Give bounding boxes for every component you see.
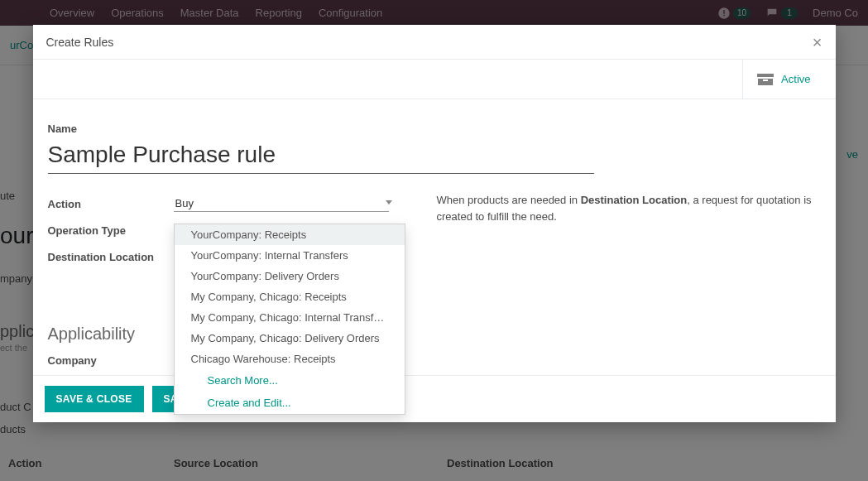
name-label: Name <box>48 123 821 135</box>
operation-type-label: Operation Type <box>48 224 174 237</box>
modal-body: Name Action Operation Type <box>33 99 836 375</box>
close-icon[interactable]: × <box>813 34 822 51</box>
applicability-heading: Applicability <box>48 325 821 344</box>
action-help-text: When products are needed in Destination … <box>429 192 821 272</box>
create-rules-modal: Create Rules × Active Name Action <box>33 25 836 422</box>
dropdown-search-more[interactable]: Search More... <box>175 369 405 392</box>
operation-type-dropdown: YourCompany: Receipts YourCompany: Inter… <box>174 224 405 415</box>
company-label: Company <box>48 354 174 367</box>
dropdown-option[interactable]: My Company, Chicago: Delivery Orders <box>175 328 405 349</box>
action-label: Action <box>48 198 174 210</box>
save-close-button[interactable]: SAVE & CLOSE <box>45 386 144 412</box>
name-input[interactable] <box>48 140 594 174</box>
dropdown-option[interactable]: YourCompany: Delivery Orders <box>175 266 405 286</box>
modal-backdrop[interactable]: Create Rules × Active Name Action <box>0 0 868 481</box>
action-select[interactable] <box>174 195 389 212</box>
archive-icon <box>758 74 773 85</box>
active-label: Active <box>781 73 810 85</box>
modal-title: Create Rules <box>46 36 114 49</box>
destination-location-label: Destination Location <box>48 251 174 263</box>
dropdown-option[interactable]: My Company, Chicago: Internal Transfers <box>175 307 405 328</box>
dropdown-option[interactable]: My Company, Chicago: Receipts <box>175 286 405 307</box>
dropdown-option[interactable]: YourCompany: Internal Transfers <box>175 245 405 266</box>
active-toggle-button[interactable]: Active <box>742 60 825 99</box>
modal-header: Create Rules × <box>33 25 836 60</box>
dropdown-option[interactable]: YourCompany: Receipts <box>175 224 405 245</box>
modal-footer: SAVE & CLOSE SAVE & <box>33 375 836 422</box>
chevron-down-icon[interactable] <box>386 200 392 204</box>
dropdown-option[interactable]: Chicago Warehouse: Receipts <box>175 349 405 369</box>
modal-statusbar: Active <box>33 60 836 99</box>
dropdown-create-edit[interactable]: Create and Edit... <box>175 392 405 414</box>
